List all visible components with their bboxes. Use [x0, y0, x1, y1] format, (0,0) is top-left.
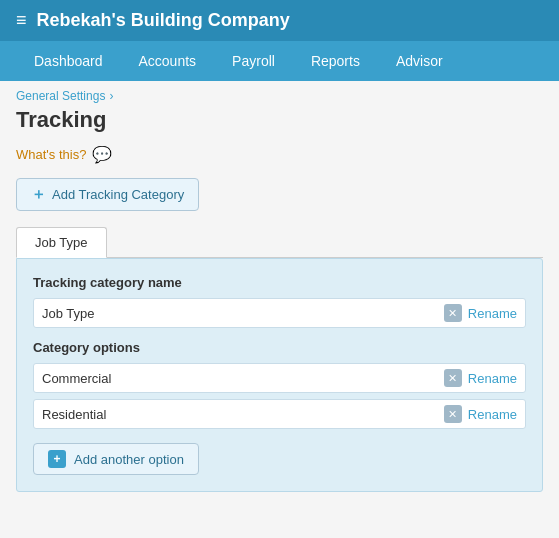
header-bar: ≡ Rebekah's Building Company	[0, 0, 559, 41]
whats-this-label: What's this?	[16, 147, 86, 162]
option-residential-name: Residential	[42, 407, 444, 422]
option-residential-rename-link[interactable]: Rename	[468, 407, 517, 422]
nav-item-advisor[interactable]: Advisor	[378, 41, 461, 81]
page-title: Tracking	[0, 105, 559, 145]
add-another-option-button[interactable]: + Add another option	[33, 443, 199, 475]
option-commercial-name: Commercial	[42, 371, 444, 386]
nav-item-reports[interactable]: Reports	[293, 41, 378, 81]
app-title: Rebekah's Building Company	[37, 10, 290, 31]
add-option-label: Add another option	[74, 452, 184, 467]
nav-bar: Dashboard Accounts Payroll Reports Advis…	[0, 41, 559, 81]
option-residential-delete-button[interactable]: ✕	[444, 405, 462, 423]
tracking-category-delete-button[interactable]: ✕	[444, 304, 462, 322]
nav-item-accounts[interactable]: Accounts	[121, 41, 215, 81]
tab-job-type[interactable]: Job Type	[16, 227, 107, 258]
tracking-category-name-value: Job Type	[42, 306, 444, 321]
option-commercial-rename-link[interactable]: Rename	[468, 371, 517, 386]
option-row-commercial: Commercial ✕ Rename	[33, 363, 526, 393]
nav-item-payroll[interactable]: Payroll	[214, 41, 293, 81]
tracking-panel: Tracking category name Job Type ✕ Rename…	[16, 258, 543, 492]
add-tracking-label: Add Tracking Category	[52, 187, 184, 202]
option-commercial-delete-button[interactable]: ✕	[444, 369, 462, 387]
content-area: What's this? 💬 ＋ Add Tracking Category J…	[0, 145, 559, 492]
plus-icon: ＋	[31, 185, 46, 204]
tracking-category-row: Job Type ✕ Rename	[33, 298, 526, 328]
tracking-category-rename-link[interactable]: Rename	[468, 306, 517, 321]
tracking-category-name-label: Tracking category name	[33, 275, 526, 290]
add-tracking-category-button[interactable]: ＋ Add Tracking Category	[16, 178, 199, 211]
tabs-bar: Job Type	[16, 227, 543, 258]
whats-this-link[interactable]: What's this? 💬	[16, 145, 543, 164]
chat-icon: 💬	[92, 145, 112, 164]
add-option-icon: +	[48, 450, 66, 468]
category-options-section: Category options Commercial ✕ Rename Res…	[33, 340, 526, 475]
logo-icon: ≡	[16, 10, 27, 31]
nav-item-dashboard[interactable]: Dashboard	[16, 41, 121, 81]
breadcrumb-separator: ›	[109, 89, 113, 103]
breadcrumb: General Settings ›	[0, 81, 559, 105]
category-options-label: Category options	[33, 340, 526, 355]
option-row-residential: Residential ✕ Rename	[33, 399, 526, 429]
breadcrumb-parent[interactable]: General Settings	[16, 89, 105, 103]
